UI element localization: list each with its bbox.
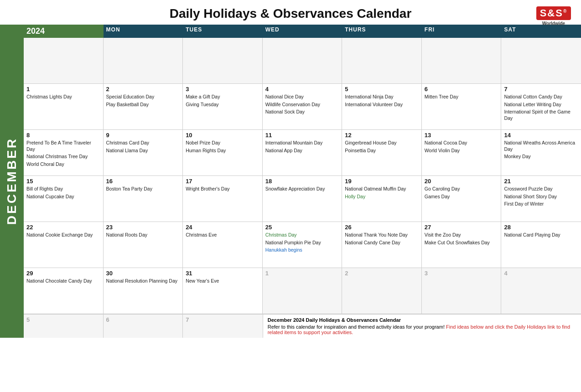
footer-info: December 2024 Daily Holidays & Observanc… xyxy=(263,315,581,338)
logo: S&S® Worldwide xyxy=(535,4,572,29)
cal-cell-w2d3: 11International Mountain DayNational App… xyxy=(263,130,342,175)
holiday-text: National Roots Day xyxy=(106,232,180,238)
holiday-text: New Year's Eve xyxy=(186,278,259,284)
day-number: 29 xyxy=(26,270,100,277)
cal-cell-w4d1: 23National Roots Day xyxy=(104,222,183,268)
holiday-text: International Volunteer Day xyxy=(345,102,419,108)
day-number: 2 xyxy=(106,86,180,93)
cal-cell-w4d6: 28National Card Playing Day xyxy=(501,222,581,268)
cal-cell-w1d4: 5International Ninja DayInternational Vo… xyxy=(342,84,422,129)
cal-cell-w5d4: 2 xyxy=(342,268,422,314)
cal-cell-w2d0: 8Pretend To Be A Time Traveler DayNation… xyxy=(24,130,104,175)
holiday-text: National Resolution Planning Day xyxy=(106,278,180,284)
holiday-text: National Pumpkin Pie Day xyxy=(265,240,339,246)
holiday-text: Christmas Lights Day xyxy=(26,94,100,100)
day-number: 5 xyxy=(345,86,419,93)
calendar-weeks: 1Christmas Lights Day2Special Education … xyxy=(24,38,581,314)
cal-cell-w2d4: 12Gingerbread House DayPoinsettia Day xyxy=(342,130,422,175)
cal-cell-w3d6: 21Crossword Puzzle DayNational Short Sto… xyxy=(501,176,581,222)
day-number: 1 xyxy=(265,270,339,277)
holiday-text: National Cupcake Day xyxy=(26,194,100,200)
cal-cell-w5d5: 3 xyxy=(422,268,502,314)
holiday-text: National Llama Day xyxy=(106,148,180,154)
week-row-5: 29National Chocolate Candy Day30National… xyxy=(24,268,581,314)
holiday-text: Holly Day xyxy=(345,194,419,200)
week-row-1: 1Christmas Lights Day2Special Education … xyxy=(24,84,581,130)
cal-cell-w2d6: 14National Wreaths Across America DayMon… xyxy=(501,130,581,175)
day-number: 31 xyxy=(186,270,259,277)
day-number: 1 xyxy=(26,86,100,93)
day-number: 27 xyxy=(425,224,498,231)
holiday-text: Wright Brother's Day xyxy=(186,186,259,192)
day-number: 4 xyxy=(265,86,339,93)
day-number: 21 xyxy=(504,178,578,185)
holiday-text: National App Day xyxy=(265,148,339,154)
cal-cell-w2d2: 10Nobel Prize DayHuman Rights Day xyxy=(183,130,263,175)
holiday-text: World Choral Day xyxy=(26,161,100,168)
cal-cell-w1d1: 2Special Education DayPlay Basketball Da… xyxy=(104,84,183,129)
holiday-text: Visit the Zoo Day xyxy=(425,232,498,238)
cal-cell-w3d5: 20Go Caroling DayGames Day xyxy=(422,176,502,222)
holiday-text: National Oatmeal Muffin Day xyxy=(345,186,419,192)
month-label: DECEMBER xyxy=(0,25,24,338)
calendar-header: 2024 MON TUES WED THURS FRI SAT xyxy=(24,25,581,38)
holiday-text: Gingerbread House Day xyxy=(345,140,419,146)
holiday-text: National Wreaths Across America Day xyxy=(504,140,578,152)
week-row-0 xyxy=(24,38,581,84)
holiday-text: Christmas Day xyxy=(265,232,339,238)
day-number: 30 xyxy=(106,270,180,277)
holiday-text: National Short Story Day xyxy=(504,194,578,200)
holiday-text: Poinsettia Day xyxy=(345,148,419,154)
holiday-text: International Spirit of the Game Day xyxy=(504,109,578,121)
day-number: 8 xyxy=(26,132,100,139)
year-cell: 2024 xyxy=(24,25,104,38)
holiday-text: Monkey Day xyxy=(504,154,578,160)
day-number: 4 xyxy=(504,270,578,277)
holiday-text: International Mountain Day xyxy=(265,140,339,146)
day-number: 24 xyxy=(186,224,259,231)
cal-cell-w0d0 xyxy=(24,38,104,83)
day-number: 11 xyxy=(265,132,339,139)
cal-cell-w5d3: 1 xyxy=(263,268,342,314)
holiday-text: First Day of Winter xyxy=(504,201,578,207)
holiday-text: National Christmas Tree Day xyxy=(26,154,100,160)
week-row-2: 8Pretend To Be A Time Traveler DayNation… xyxy=(24,130,581,176)
holiday-text: National Dice Day xyxy=(265,94,339,100)
holiday-text: Boston Tea Party Day xyxy=(106,186,180,192)
day-number: 26 xyxy=(345,224,419,231)
cal-cell-w3d3: 18Snowflake Appreciation Day xyxy=(263,176,342,222)
holiday-text: Pretend To Be A Time Traveler Day xyxy=(26,140,100,152)
cal-cell-w3d2: 17Wright Brother's Day xyxy=(183,176,263,222)
holiday-text: Giving Tuesday xyxy=(186,102,259,108)
cal-cell-w1d2: 3Make a Gift DayGiving Tuesday xyxy=(183,84,263,129)
footer-text: Refer to this calendar for inspiration a… xyxy=(268,324,576,335)
day-number: 13 xyxy=(425,132,498,139)
cal-cell-w1d6: 7National Cotton Candy DayNational Lette… xyxy=(501,84,581,129)
day-number: 20 xyxy=(425,178,498,185)
footer-7: 7 xyxy=(183,315,263,338)
holiday-text: Special Education Day xyxy=(106,94,180,100)
holiday-text: Hanukkah begins xyxy=(265,247,339,253)
holiday-text: World Violin Day xyxy=(425,148,498,154)
cal-cell-w3d0: 15Bill of Rights DayNational Cupcake Day xyxy=(24,176,104,222)
day-number: 18 xyxy=(265,178,339,185)
day-number: 25 xyxy=(265,224,339,231)
day-number: 22 xyxy=(26,224,100,231)
day-number: 10 xyxy=(186,132,259,139)
cal-cell-w0d3 xyxy=(263,38,342,83)
day-number: 16 xyxy=(106,178,180,185)
cal-cell-w1d5: 6Mitten Tree Day xyxy=(422,84,502,129)
holiday-text: Bill of Rights Day xyxy=(26,186,100,192)
cal-cell-w4d5: 27Visit the Zoo DayMake Cut Out Snowflak… xyxy=(422,222,502,268)
header-wed: WED xyxy=(263,25,342,38)
holiday-text: Play Basketball Day xyxy=(106,102,180,108)
footer-5: 5 xyxy=(24,315,104,338)
day-number: 7 xyxy=(504,86,578,93)
week-row-3: 15Bill of Rights DayNational Cupcake Day… xyxy=(24,176,581,222)
holiday-text: Go Caroling Day xyxy=(425,186,498,192)
holiday-text: National Thank You Note Day xyxy=(345,232,419,238)
cal-cell-w3d1: 16Boston Tea Party Day xyxy=(104,176,183,222)
header-mon: MON xyxy=(104,25,183,38)
footer-6: 6 xyxy=(104,315,183,338)
holiday-text: International Ninja Day xyxy=(345,94,419,100)
